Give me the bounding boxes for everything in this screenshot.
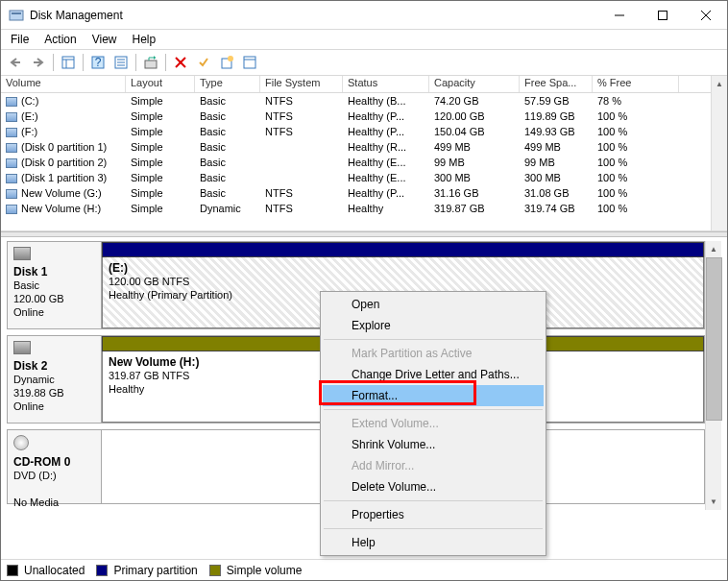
legend-label: Simple volume [227,564,303,577]
disk-info: Disk 2Dynamic319.88 GBOnline [8,336,102,423]
context-menu: OpenExploreMark Partition as ActiveChang… [320,291,546,556]
column-header[interactable]: Free Spa... [520,76,593,92]
volume-icon [6,112,17,122]
legend: UnallocatedPrimary partitionSimple volum… [1,559,727,580]
volume-row[interactable]: New Volume (G:)SimpleBasicNTFSHealthy (P… [1,185,711,201]
volume-row[interactable]: (E:)SimpleBasicNTFSHealthy (P...120.00 G… [1,109,711,124]
menu-item-delete-volume[interactable]: Delete Volume... [323,476,544,497]
legend-label: Primary partition [113,564,197,577]
volume-icon [6,205,17,214]
help-icon[interactable]: ? [87,52,109,73]
menubar: FileActionViewHelp [1,30,727,49]
menu-item-explore[interactable]: Explore [323,315,544,336]
volume-row[interactable]: (C:)SimpleBasicNTFSHealthy (B...74.20 GB… [1,93,711,109]
menu-item-extend-volume: Extend Volume... [323,413,544,434]
legend-swatch [96,565,108,576]
volume-icon [6,174,17,183]
menu-help[interactable]: Help [127,31,162,48]
column-header[interactable]: Status [343,76,429,92]
app-icon [9,8,24,23]
minimize-button[interactable] [597,1,641,29]
legend-swatch [7,565,18,576]
volume-icon [6,143,17,153]
disk-info: Disk 1Basic120.00 GBOnline [8,242,102,328]
new-icon[interactable] [216,52,237,73]
column-header[interactable]: Capacity [429,76,520,92]
disk-icon [13,341,31,354]
menu-item-open[interactable]: Open [323,294,544,315]
menu-separator [324,528,543,529]
settings-icon[interactable] [110,52,132,73]
menu-item-format[interactable]: Format... [323,385,544,406]
svg-rect-8 [62,57,74,68]
grid-header: VolumeLayoutTypeFile SystemStatusCapacit… [1,76,711,93]
volume-icon [6,158,17,168]
volume-row[interactable]: New Volume (H:)SimpleDynamicNTFSHealthy3… [1,201,711,216]
column-header[interactable]: Volume [1,76,126,92]
menu-item-change-drive-letter-and-paths[interactable]: Change Drive Letter and Paths... [323,364,544,385]
svg-text:?: ? [95,56,102,69]
menu-separator [324,339,543,340]
menu-item-properties[interactable]: Properties [323,504,544,525]
window-title: Disk Management [30,9,597,22]
svg-rect-1 [12,12,21,14]
column-header[interactable]: File System [260,76,343,92]
refresh-icon[interactable] [140,52,161,73]
legend-label: Unallocated [24,564,85,577]
disk-info: CD-ROM 0DVD (D:)No Media [8,430,102,503]
svg-rect-22 [244,57,255,68]
disk-icon [13,247,31,260]
maximize-button[interactable] [641,1,684,29]
titlebar: Disk Management [1,1,727,30]
back-button[interactable] [5,52,26,73]
volume-bar [102,242,704,257]
volume-icon [6,97,17,107]
cdrom-icon [13,435,29,450]
menu-file[interactable]: File [5,31,35,48]
column-header[interactable]: Layout [126,76,195,92]
volume-row[interactable]: (Disk 0 partition 2)SimpleBasicHealthy (… [1,155,711,170]
volume-list: VolumeLayoutTypeFile SystemStatusCapacit… [1,76,727,231]
checkmark-icon[interactable] [193,52,214,73]
svg-rect-17 [145,61,157,68]
menu-action[interactable]: Action [38,31,82,48]
delete-icon[interactable] [170,52,191,73]
svg-rect-3 [658,11,667,19]
menu-item-mark-partition-as-active: Mark Partition as Active [323,343,544,364]
disk-scrollbar[interactable]: ▲ ▼ [705,241,721,510]
menu-item-add-mirror: Add Mirror... [323,455,544,476]
menu-item-help[interactable]: Help [323,532,544,553]
volume-row[interactable]: (Disk 0 partition 1)SimpleBasicHealthy (… [1,139,711,155]
menu-separator [324,409,543,410]
menu-view[interactable]: View [86,31,123,48]
view-icon[interactable] [58,52,79,73]
column-header[interactable]: % Free [593,76,679,92]
volume-row[interactable]: (Disk 1 partition 3)SimpleBasicHealthy (… [1,170,711,185]
svg-point-21 [228,56,233,61]
legend-swatch [209,565,221,576]
properties-icon[interactable] [239,52,260,73]
svg-rect-0 [10,11,23,20]
toolbar: ? [1,49,727,76]
menu-item-shrink-volume[interactable]: Shrink Volume... [323,434,544,455]
volume-icon [6,189,17,199]
close-button[interactable] [684,1,727,29]
volume-row[interactable]: (F:)SimpleBasicNTFSHealthy (P...150.04 G… [1,124,711,139]
menu-separator [324,500,543,501]
forward-button[interactable] [28,52,49,73]
column-header[interactable]: Type [195,76,260,92]
grid-scrollbar[interactable]: ▲ [711,76,727,230]
volume-icon [6,128,17,137]
